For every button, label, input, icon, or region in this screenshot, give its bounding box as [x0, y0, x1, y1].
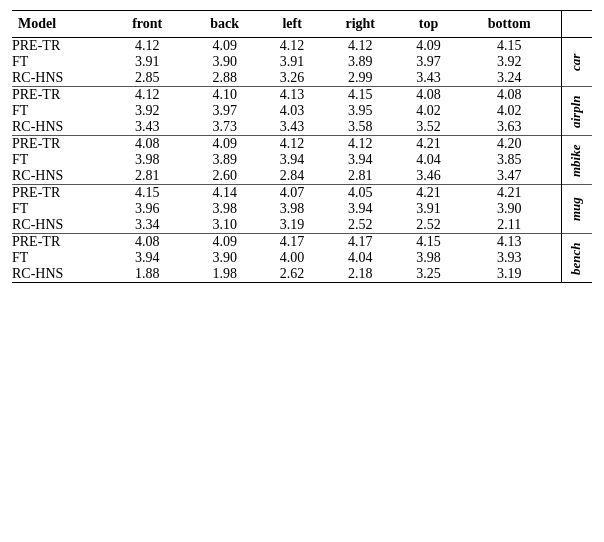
- cell-top: 3.25: [399, 266, 458, 283]
- cell-model: PRE-TR: [12, 234, 108, 251]
- cell-model: FT: [12, 201, 108, 217]
- cell-right: 3.58: [321, 119, 399, 136]
- cell-bottom: 3.24: [458, 70, 561, 87]
- cell-model: RC-HNS: [12, 217, 108, 234]
- cell-left: 4.12: [263, 136, 322, 153]
- data-table: Model front back left right top bottom P…: [12, 10, 592, 283]
- col-top: top: [399, 11, 458, 38]
- cell-top: 3.97: [399, 54, 458, 70]
- cell-back: 4.09: [187, 136, 263, 153]
- table-row: PRE-TR4.124.104.134.154.084.08airpln: [12, 87, 592, 104]
- cell-top: 4.04: [399, 152, 458, 168]
- cell-right: 3.94: [321, 152, 399, 168]
- cell-front: 4.12: [108, 87, 187, 104]
- cell-model: PRE-TR: [12, 87, 108, 104]
- group-label: bench: [561, 234, 592, 283]
- cell-left: 4.12: [263, 38, 322, 55]
- cell-front: 3.92: [108, 103, 187, 119]
- cell-right: 2.99: [321, 70, 399, 87]
- cell-bottom: 4.20: [458, 136, 561, 153]
- table-row: RC-HNS2.812.602.842.813.463.47: [12, 168, 592, 185]
- cell-top: 3.91: [399, 201, 458, 217]
- cell-left: 4.03: [263, 103, 322, 119]
- table-row: FT3.963.983.983.943.913.90: [12, 201, 592, 217]
- cell-right: 2.81: [321, 168, 399, 185]
- cell-front: 2.85: [108, 70, 187, 87]
- cell-bottom: 3.93: [458, 250, 561, 266]
- cell-model: RC-HNS: [12, 168, 108, 185]
- cell-model: PRE-TR: [12, 136, 108, 153]
- col-back: back: [187, 11, 263, 38]
- table-row: FT3.913.903.913.893.973.92: [12, 54, 592, 70]
- cell-bottom: 3.63: [458, 119, 561, 136]
- cell-model: RC-HNS: [12, 70, 108, 87]
- cell-right: 4.05: [321, 185, 399, 202]
- table-row: PRE-TR4.154.144.074.054.214.21mug: [12, 185, 592, 202]
- cell-left: 4.17: [263, 234, 322, 251]
- col-front: front: [108, 11, 187, 38]
- cell-front: 3.98: [108, 152, 187, 168]
- cell-left: 3.19: [263, 217, 322, 234]
- table-row: FT3.943.904.004.043.983.93: [12, 250, 592, 266]
- cell-back: 4.10: [187, 87, 263, 104]
- cell-back: 2.60: [187, 168, 263, 185]
- cell-front: 4.15: [108, 185, 187, 202]
- cell-bottom: 3.85: [458, 152, 561, 168]
- cell-right: 4.04: [321, 250, 399, 266]
- cell-back: 3.98: [187, 201, 263, 217]
- col-left: left: [263, 11, 322, 38]
- cell-front: 3.34: [108, 217, 187, 234]
- cell-right: 4.15: [321, 87, 399, 104]
- table-row: RC-HNS3.433.733.433.583.523.63: [12, 119, 592, 136]
- cell-bottom: 3.90: [458, 201, 561, 217]
- cell-front: 4.12: [108, 38, 187, 55]
- cell-top: 3.98: [399, 250, 458, 266]
- cell-left: 3.26: [263, 70, 322, 87]
- cell-right: 3.95: [321, 103, 399, 119]
- cell-model: PRE-TR: [12, 185, 108, 202]
- col-model: Model: [12, 11, 108, 38]
- cell-front: 3.94: [108, 250, 187, 266]
- cell-back: 3.73: [187, 119, 263, 136]
- cell-back: 3.90: [187, 250, 263, 266]
- cell-bottom: 2.11: [458, 217, 561, 234]
- cell-right: 2.52: [321, 217, 399, 234]
- cell-top: 3.46: [399, 168, 458, 185]
- cell-right: 3.94: [321, 201, 399, 217]
- cell-back: 1.98: [187, 266, 263, 283]
- cell-front: 4.08: [108, 234, 187, 251]
- cell-bottom: 3.19: [458, 266, 561, 283]
- cell-left: 4.00: [263, 250, 322, 266]
- col-group: [561, 11, 592, 38]
- cell-bottom: 4.15: [458, 38, 561, 55]
- group-label: airpln: [561, 87, 592, 136]
- cell-top: 3.43: [399, 70, 458, 87]
- cell-front: 2.81: [108, 168, 187, 185]
- cell-model: FT: [12, 250, 108, 266]
- cell-top: 2.52: [399, 217, 458, 234]
- cell-left: 3.98: [263, 201, 322, 217]
- cell-right: 4.17: [321, 234, 399, 251]
- cell-model: FT: [12, 103, 108, 119]
- table-body: PRE-TR4.124.094.124.124.094.15carFT3.913…: [12, 38, 592, 283]
- cell-right: 3.89: [321, 54, 399, 70]
- cell-front: 3.43: [108, 119, 187, 136]
- cell-bottom: 4.08: [458, 87, 561, 104]
- cell-back: 3.10: [187, 217, 263, 234]
- cell-bottom: 3.47: [458, 168, 561, 185]
- cell-left: 2.62: [263, 266, 322, 283]
- cell-back: 3.90: [187, 54, 263, 70]
- cell-top: 4.09: [399, 38, 458, 55]
- cell-left: 4.07: [263, 185, 322, 202]
- table-row: RC-HNS1.881.982.622.183.253.19: [12, 266, 592, 283]
- table-container: Model front back left right top bottom P…: [12, 10, 592, 283]
- cell-model: FT: [12, 54, 108, 70]
- cell-back: 2.88: [187, 70, 263, 87]
- cell-back: 3.89: [187, 152, 263, 168]
- col-right: right: [321, 11, 399, 38]
- cell-left: 2.84: [263, 168, 322, 185]
- table-header: Model front back left right top bottom: [12, 11, 592, 38]
- cell-top: 4.02: [399, 103, 458, 119]
- table-row: PRE-TR4.124.094.124.124.094.15car: [12, 38, 592, 55]
- table-row: RC-HNS3.343.103.192.522.522.11: [12, 217, 592, 234]
